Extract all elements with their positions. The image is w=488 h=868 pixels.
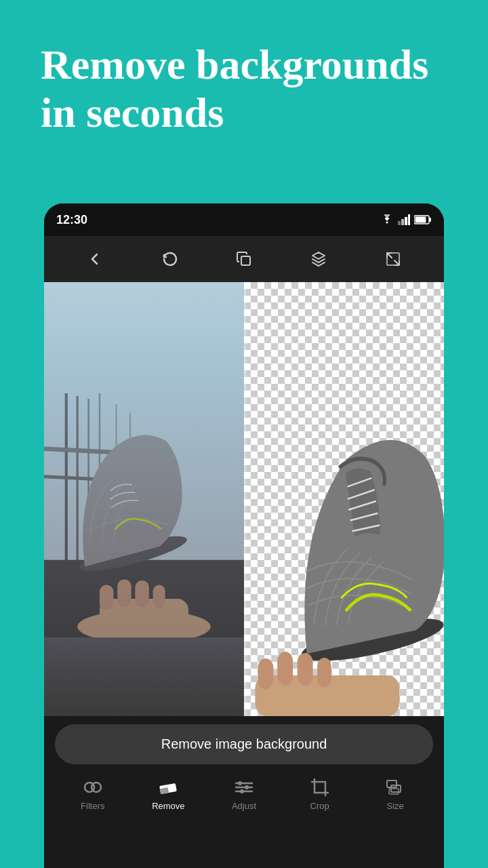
svg-rect-3 [408,214,410,225]
background-scene [44,282,244,637]
svg-rect-0 [398,221,401,225]
nav-item-adjust[interactable]: Adjust [217,776,271,811]
crop-label: Crop [310,801,329,811]
svg-rect-23 [135,580,148,607]
size-icon [384,776,406,798]
hero-line2: in seconds [41,90,224,136]
nav-item-remove[interactable]: Remove [141,776,195,811]
removed-background [244,282,444,716]
svg-point-46 [240,789,244,793]
expand-button[interactable] [378,244,408,274]
original-image [44,282,244,716]
svg-rect-21 [100,585,113,610]
remove-background-button[interactable]: Remove image background [55,724,433,764]
status-bar: 12:30 [44,203,444,236]
crop-icon [309,776,331,798]
undo-button[interactable] [155,244,184,274]
canvas-area [44,282,444,716]
app-toolbar [44,236,444,282]
signal-icon [398,214,410,225]
svg-rect-33 [258,658,273,689]
svg-rect-1 [401,219,404,225]
remove-label: Remove [152,801,184,811]
remove-icon [157,776,179,798]
svg-rect-34 [277,652,293,686]
svg-rect-5 [429,218,431,222]
hero-heading: Remove backgrounds in seconds [41,41,447,138]
status-icons [380,214,432,225]
phone-mockup: 12:30 [44,203,444,868]
size-label: Size [387,801,404,811]
shoe-cutout [244,282,444,716]
layers-button[interactable] [304,244,333,274]
hero-line1: Remove backgrounds [41,41,428,87]
adjust-label: Adjust [232,801,256,811]
svg-point-38 [92,783,101,792]
filters-label: Filters [81,801,104,811]
svg-point-44 [238,781,242,785]
adjust-icon [233,776,255,798]
back-button[interactable] [80,244,110,274]
svg-rect-24 [153,585,165,608]
nav-item-filters[interactable]: Filters [66,776,120,811]
wifi-icon [380,214,394,225]
split-divider [244,282,246,716]
nav-item-crop[interactable]: Crop [293,776,347,811]
tool-nav-bar: Filters Remove [55,772,433,814]
nav-item-size[interactable]: Size [368,776,422,811]
svg-rect-6 [415,217,426,223]
svg-rect-22 [117,579,131,607]
status-time: 12:30 [56,213,87,227]
svg-point-45 [245,785,249,789]
bottom-bar: Remove image background Filters Remove [44,716,444,822]
svg-rect-36 [317,658,331,687]
filters-icon [82,776,104,798]
svg-rect-35 [298,653,313,686]
svg-rect-7 [241,256,250,265]
svg-rect-2 [405,217,407,225]
duplicate-button[interactable] [229,244,259,274]
battery-icon [414,215,432,224]
